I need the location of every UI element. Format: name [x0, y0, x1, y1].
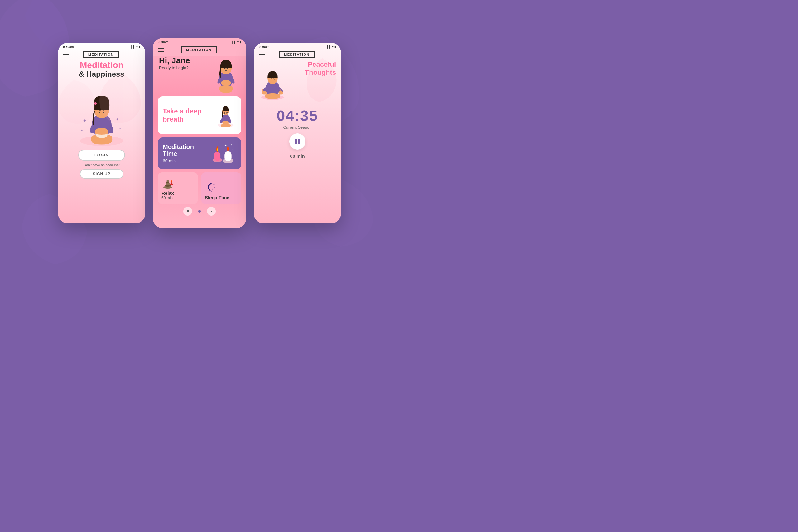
svg-point-6	[94, 102, 97, 105]
timer-display: 04:35 Current Season	[259, 107, 336, 130]
cards-row: Relax 50 min ✦ ✦ ✦ Sleep Time	[158, 172, 241, 204]
svg-text:✦: ✦	[83, 118, 87, 123]
nav-title-phone2: MEDITATION	[181, 46, 217, 53]
svg-point-4	[99, 110, 101, 111]
card-sleep[interactable]: ✦ ✦ ✦ Sleep Time	[201, 172, 241, 204]
svg-text:✦: ✦	[119, 127, 121, 131]
player-controls	[153, 204, 246, 217]
pause-bar-right	[298, 139, 300, 144]
svg-point-43	[278, 91, 283, 94]
phone2-header: Hi, Jane Ready to begin?	[153, 56, 246, 96]
svg-rect-23	[214, 152, 221, 160]
card-meditation-title: Meditation Time	[163, 144, 207, 157]
time-phone3: 9:30am	[259, 45, 269, 49]
card-relax-sub: 50 min	[162, 196, 194, 200]
svg-text:✦: ✦	[212, 188, 213, 190]
phone-login: 9:30am ▌▌ ▾ ▮ MEDITATION Meditation & Ha…	[58, 43, 145, 224]
card-meditation[interactable]: Meditation Time 60 min ✦ ✦ ✦	[158, 137, 241, 169]
character-phone2	[212, 56, 240, 93]
player-dot	[198, 210, 201, 212]
card-figure	[215, 101, 236, 129]
svg-text:✦: ✦	[214, 187, 215, 189]
pause-button[interactable]	[289, 133, 305, 150]
cards-container: Take a deep breath	[153, 96, 246, 204]
no-account-text: Don't have an account?	[83, 163, 119, 167]
svg-rect-37	[187, 210, 189, 212]
nav-bar-phone1: MEDITATION	[58, 50, 145, 60]
leaf-deco-phone3	[304, 55, 341, 105]
greeting-section: Hi, Jane Ready to begin?	[159, 56, 190, 70]
svg-text:✦: ✦	[225, 144, 227, 147]
nav-title-phone1: MEDITATION	[83, 51, 119, 58]
card-relax-label: Relax	[162, 190, 194, 196]
status-icons-phone3: ▌▌ ▾ ▮	[327, 45, 336, 48]
timer-time: 04:35	[259, 107, 336, 125]
phone1-content: Meditation & Happiness	[58, 60, 145, 179]
svg-point-31	[167, 180, 169, 182]
stop-button[interactable]	[183, 207, 192, 216]
phone-timer: 9:30am ▌▌ ▾ ▮ MEDITATION	[254, 43, 341, 224]
hamburger-menu-phone2[interactable]	[158, 48, 164, 52]
title-happiness: & Happiness	[79, 70, 124, 78]
card-breathe[interactable]: Take a deep breath	[158, 96, 241, 134]
time-phone2: 9:30am	[158, 40, 168, 44]
hamburger-menu-phone3[interactable]	[259, 53, 265, 56]
hamburger-menu-phone1[interactable]	[63, 53, 69, 56]
title-meditation: Meditation	[79, 60, 124, 70]
play-button[interactable]	[207, 207, 216, 216]
card-breathe-text: Take a deep breath	[163, 107, 215, 123]
greeting-sub: Ready to begin?	[159, 65, 190, 70]
login-button[interactable]: LOGIN	[78, 150, 125, 160]
phone-home: 9:30am ▌▌ ▾ ▮ MEDITATION Hi, Jane Ready …	[153, 38, 246, 228]
svg-text:✦: ✦	[230, 143, 232, 146]
pause-icon	[295, 139, 300, 144]
svg-text:✦: ✦	[80, 129, 83, 132]
svg-text:✦: ✦	[213, 183, 215, 186]
svg-text:✦: ✦	[116, 117, 119, 121]
meditating-figure-3	[259, 60, 286, 104]
greeting-name: Hi, Jane	[159, 56, 190, 65]
timer-duration: 60 min	[259, 153, 336, 159]
sleep-icon: ✦ ✦ ✦	[205, 180, 217, 193]
phones-container: 9:30am ▌▌ ▾ ▮ MEDITATION Meditation & Ha…	[58, 38, 341, 228]
meditating-figure-1: ✦ ✦ ✦ ✦	[74, 82, 130, 147]
timer-label: Current Season	[259, 125, 336, 130]
status-bar-phone1: 9:30am ▌▌ ▾ ▮	[58, 43, 145, 50]
status-bar-phone2: 9:30am ▌▌ ▾ ▮	[153, 38, 246, 45]
phone3-content: Peaceful Thoughts 04:35 Current Season 6…	[254, 60, 341, 159]
relax-icon	[162, 176, 174, 189]
card-relax[interactable]: Relax 50 min	[158, 172, 198, 204]
svg-point-5	[102, 110, 104, 111]
status-icons-phone2: ▌▌ ▾ ▮	[232, 40, 241, 44]
svg-rect-26	[225, 152, 231, 161]
status-icons-phone1: ▌▌ ▾ ▮	[131, 45, 140, 48]
nav-bar-phone2: MEDITATION	[153, 45, 246, 56]
signup-button[interactable]: SIGN UP	[80, 169, 124, 178]
card-sleep-label: Sleep Time	[205, 195, 238, 200]
time-phone1: 9:30am	[63, 45, 74, 49]
pause-bar-left	[295, 139, 297, 144]
svg-marker-38	[211, 210, 212, 212]
svg-text:✦: ✦	[232, 148, 234, 151]
candles-icon: ✦ ✦ ✦	[207, 142, 236, 164]
status-bar-phone3: 9:30am ▌▌ ▾ ▮	[254, 43, 341, 50]
card-meditation-text: Meditation Time 60 min	[163, 144, 207, 163]
card-meditation-duration: 60 min	[163, 158, 207, 163]
